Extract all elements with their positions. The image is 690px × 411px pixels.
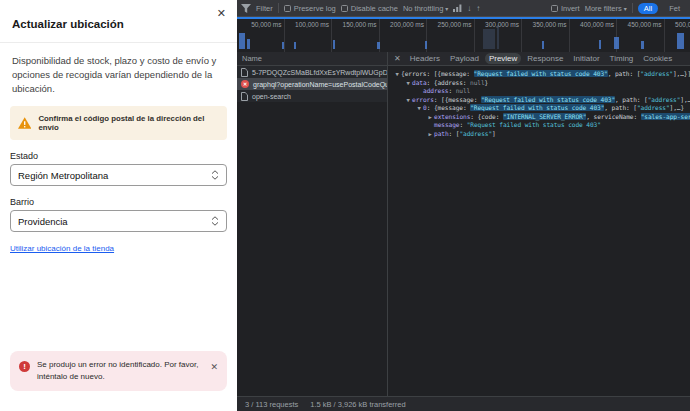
network-overview-timeline[interactable]: 50,000 ms 100,000 ms 150,000 ms 200,000 … xyxy=(237,17,690,52)
tree-segment: } xyxy=(485,79,489,86)
transferred-stat: 1.5 kB / 3,926 kB transferred xyxy=(310,400,405,409)
tab-response[interactable]: Response xyxy=(523,53,567,64)
request-row[interactable]: open-search xyxy=(237,90,387,102)
tree-segment: : xyxy=(448,87,455,94)
requests-count: 3 / 113 requests xyxy=(245,400,298,409)
throttling-value: No throttling xyxy=(403,4,443,13)
error-icon: ! xyxy=(19,361,30,372)
tree-segment: : {message: xyxy=(427,104,471,111)
toolbar-right-group: Invert More filters ▾ All Fet xyxy=(551,3,686,14)
use-store-location-link[interactable]: Utilizar ubicación de la tienda xyxy=(10,244,114,253)
tab-payload[interactable]: Payload xyxy=(446,53,483,64)
request-row[interactable]: 5-7PDQQZcSMaBLfdXxEsYRwdtplWUGpDNcll... xyxy=(237,66,387,78)
request-name: open-search xyxy=(252,93,291,100)
import-har-icon[interactable]: ↓ xyxy=(467,4,471,13)
waterfall-bar xyxy=(599,40,601,49)
tab-headers[interactable]: Headers xyxy=(406,53,444,64)
checkbox-box xyxy=(551,5,558,12)
neighborhood-select-value: Providencia xyxy=(18,216,68,227)
tree-segment: null xyxy=(456,87,471,94)
warning-text: Confirma el código postal de la direcció… xyxy=(38,114,219,132)
name-column-header[interactable]: Name xyxy=(237,52,387,66)
chevron-up-down-icon xyxy=(211,216,219,226)
collapse-arrow-icon[interactable]: ▼ xyxy=(404,79,412,88)
waterfall-bar xyxy=(247,39,250,49)
waterfall-bar xyxy=(614,37,619,49)
filter-input[interactable]: Filter xyxy=(256,4,273,13)
more-filters-button[interactable]: More filters ▾ xyxy=(585,4,627,13)
tree-line[interactable]: address: null xyxy=(388,87,690,96)
requests-name-column: Name 5-7PDQQZcSMaBLfdXxEsYRwdtplWUGpDNcl… xyxy=(237,52,388,396)
collapse-arrow-icon[interactable]: ▼ xyxy=(404,96,412,105)
toast-close-icon[interactable]: ✕ xyxy=(210,359,218,372)
screen: ✕ Actualizar ubicación Disponibilidad de… xyxy=(0,0,690,411)
expand-arrow-icon[interactable]: ▶ xyxy=(426,130,434,139)
toolbar-divider xyxy=(632,3,633,13)
preserve-log-checkbox[interactable]: Preserve log xyxy=(284,4,336,13)
tree-segment: : [ xyxy=(449,130,460,137)
tree-segment: : {code: xyxy=(470,113,503,120)
tree-segment: "INTERNAL_SERVER_ERROR" xyxy=(503,113,586,120)
tab-cookies[interactable]: Cookies xyxy=(639,53,676,64)
tree-segment: "address" xyxy=(637,104,670,111)
disable-cache-checkbox[interactable]: Disable cache xyxy=(341,4,398,13)
filter-chip-fetch[interactable]: Fet xyxy=(663,3,686,14)
tab-timing[interactable]: Timing xyxy=(606,53,638,64)
tab-initiator[interactable]: Initiator xyxy=(569,53,603,64)
tree-segment: , serviceName: xyxy=(586,113,640,120)
tree-segment: : {address: xyxy=(427,79,471,86)
network-conditions-icon[interactable] xyxy=(453,4,462,12)
export-har-icon[interactable]: ↑ xyxy=(476,4,480,13)
warning-triangle-icon xyxy=(18,117,31,129)
tree-segment: message xyxy=(434,121,459,128)
tree-line[interactable]: message: "Request failed with status cod… xyxy=(388,121,690,130)
request-row-selected[interactable]: ✕ graphql?operationName=usePostalCodeQue… xyxy=(237,78,387,90)
tree-segment: "sales-app-server" xyxy=(641,113,690,120)
request-name: graphql?operationName=usePostalCodeQuery xyxy=(253,81,387,88)
postal-code-warning-banner: Confirma el código postal de la direcció… xyxy=(10,106,227,140)
tree-line[interactable]: ▼0: {message: "Request failed with statu… xyxy=(388,104,690,113)
tree-segment: : [{message: xyxy=(434,96,481,103)
filter-chip-all[interactable]: All xyxy=(638,3,658,14)
waterfall-bar xyxy=(497,25,499,49)
checkbox-box xyxy=(341,5,348,12)
chevron-down-icon: ▾ xyxy=(445,5,448,12)
waterfall-bar xyxy=(239,33,245,49)
tree-line[interactable]: ▼{errors: [{message: "Request failed wit… xyxy=(388,70,690,79)
collapse-arrow-icon[interactable]: ▼ xyxy=(393,70,401,79)
tree-segment: ],…}] xyxy=(680,96,690,103)
network-toolbar: Filter Preserve log Disable cache No thr… xyxy=(237,0,690,17)
tab-preview[interactable]: Preview xyxy=(485,53,521,64)
devtools-network-panel: Filter Preserve log Disable cache No thr… xyxy=(237,0,690,411)
collapse-arrow-icon[interactable]: ▼ xyxy=(415,104,423,113)
waterfall-bar xyxy=(333,40,335,49)
failed-request-icon: ✕ xyxy=(241,80,249,88)
json-tree: ▼{errors: [{message: "Request failed wit… xyxy=(388,66,690,396)
neighborhood-select[interactable]: Providencia xyxy=(10,210,227,232)
state-select[interactable]: Región Metropolitana xyxy=(10,164,227,186)
chevron-up-down-icon xyxy=(211,170,219,180)
tree-segment: ],…}],…} xyxy=(673,70,690,77)
update-location-modal: ✕ Actualizar ubicación Disponibilidad de… xyxy=(0,0,237,411)
tree-line[interactable]: ▼errors: [{message: "Request failed with… xyxy=(388,96,690,105)
modal-description: Disponibilidad de stock, plazo y costo d… xyxy=(0,43,237,95)
close-detail-icon[interactable]: ✕ xyxy=(391,54,404,63)
waterfall-bar xyxy=(542,41,544,49)
tree-segment: ],…} xyxy=(670,104,685,111)
toolbar-divider xyxy=(278,3,279,13)
document-file-icon xyxy=(241,92,248,101)
tree-line[interactable]: ▼data: {address: null} xyxy=(388,79,690,88)
throttling-select[interactable]: No throttling ▾ xyxy=(403,4,448,13)
expand-arrow-icon[interactable]: ▶ xyxy=(426,113,434,122)
tree-segment: "Request failed with status code 403" xyxy=(467,121,601,128)
invert-checkbox[interactable]: Invert xyxy=(551,4,580,13)
tree-line[interactable]: ▶extensions: {code: "INTERNAL_SERVER_ERR… xyxy=(388,113,690,122)
neighborhood-label: Barrio xyxy=(10,197,227,207)
modal-close-icon[interactable]: ✕ xyxy=(217,8,226,19)
tree-segment: : xyxy=(459,121,466,128)
more-filters-label: More filters xyxy=(585,4,622,13)
waterfall-bar xyxy=(377,42,380,49)
tree-segment: ] xyxy=(492,130,496,137)
tree-line[interactable]: ▶path: ["address"] xyxy=(388,130,690,139)
filter-icon[interactable] xyxy=(241,4,251,13)
